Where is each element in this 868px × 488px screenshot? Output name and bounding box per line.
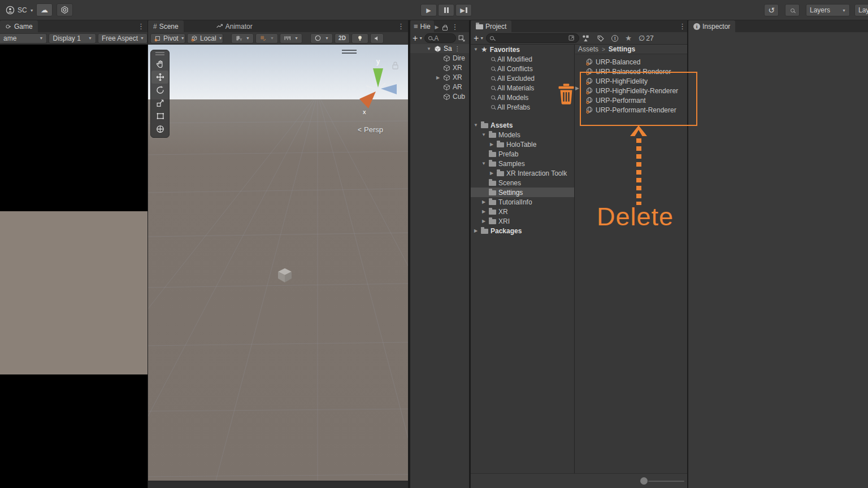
layout-dropdown[interactable]: Lay	[854, 4, 868, 16]
version-control-button[interactable]	[57, 3, 73, 16]
hierarchy-item[interactable]: XR	[410, 63, 469, 72]
foldout-icon[interactable]: ▼	[426, 46, 432, 51]
foldout-icon[interactable]: ▶	[481, 199, 487, 204]
hierarchy-item[interactable]: AR	[410, 82, 469, 91]
tree-row-models[interactable]: ▼ Models	[471, 130, 574, 140]
open-search-window-icon[interactable]	[568, 34, 575, 42]
scene-audio-button[interactable]	[370, 33, 384, 43]
tree-row-packages[interactable]: ▶ Packages	[471, 226, 574, 236]
projection-label[interactable]: < Persp	[358, 125, 383, 134]
rotate-icon	[155, 85, 165, 95]
slider-knob[interactable]	[640, 477, 648, 485]
tree-row-xr-interaction-toolkit[interactable]: ▶ XR Interaction Toolk	[471, 168, 574, 178]
aspect-ratio-dropdown[interactable]: Free Aspect ▼	[98, 33, 147, 43]
layers-dropdown[interactable]: Layers ▼	[806, 4, 850, 16]
play-button[interactable]: ▶	[420, 4, 437, 16]
tree-row-assets[interactable]: ▼ Assets	[471, 120, 574, 130]
favorites-item[interactable]: All Modified	[471, 54, 574, 64]
history-icon: ↺	[768, 6, 775, 15]
breadcrumb-root[interactable]: Assets	[578, 45, 598, 53]
create-asset-dropdown[interactable]: + ▼	[474, 34, 484, 43]
hierarchy-item[interactable]: Cub	[410, 92, 469, 101]
tree-row-scenes[interactable]: Scenes	[471, 178, 574, 188]
game-menu-kebab[interactable]: ⋮	[137, 23, 145, 30]
scene-lighting-button[interactable]	[351, 33, 368, 43]
foldout-icon[interactable]: ▶	[489, 171, 494, 176]
tree-row-xri[interactable]: ▶ XRI	[471, 216, 574, 226]
scene-menu-kebab[interactable]: ⋮	[397, 23, 405, 30]
overlay-drag-handle[interactable]	[155, 52, 164, 55]
hierarchy-scene-row[interactable]: ▼ Sa ⋮	[410, 44, 469, 53]
grid-snapping-button[interactable]: ▼	[255, 33, 278, 43]
game-display-mode-dropdown[interactable]: ame ▼	[0, 33, 47, 43]
create-object-dropdown[interactable]: + ▼	[413, 34, 423, 43]
project-search-input[interactable]	[486, 33, 579, 43]
tab-animator[interactable]: Animator	[211, 20, 258, 32]
display-target-dropdown[interactable]: Display 1 ▼	[49, 33, 96, 43]
global-search-button[interactable]	[785, 4, 800, 16]
gizmo-overlay-handle[interactable]	[342, 50, 357, 54]
orientation-gizmo[interactable]: y x	[351, 55, 402, 118]
step-button[interactable]: ▶	[455, 4, 472, 16]
tab-project[interactable]: Project	[471, 20, 511, 32]
tab-scroll-arrow[interactable]: ▶	[435, 24, 439, 30]
undo-history-button[interactable]: ↺	[764, 4, 779, 16]
hierarchy-menu-kebab[interactable]: ⋮	[452, 23, 459, 30]
2d-toggle-button[interactable]: 2D	[335, 33, 350, 43]
tree-row-settings[interactable]: Settings	[471, 188, 574, 197]
import-log-icon[interactable]: !	[611, 35, 618, 42]
foldout-icon[interactable]: ▶	[481, 219, 487, 224]
breadcrumb-current[interactable]: Settings	[609, 45, 635, 53]
pivot-mode-dropdown[interactable]: Pivot ▼	[150, 33, 185, 43]
tree-row-prefab[interactable]: Prefab	[471, 149, 574, 159]
tree-row-samples[interactable]: ▼ Samples	[471, 159, 574, 168]
foldout-icon[interactable]: ▶	[489, 142, 494, 147]
favorites-item[interactable]: All Conflicts	[471, 64, 574, 73]
snap-increment-button[interactable]: ▼	[280, 33, 302, 43]
foldout-icon[interactable]: ▶	[435, 75, 441, 80]
grid-visibility-button[interactable]: Y ▼	[231, 33, 254, 43]
scene-picking-icon[interactable]	[458, 34, 466, 42]
scene-cube-object[interactable]	[276, 267, 293, 284]
project-menu-kebab[interactable]: ⋮	[679, 23, 686, 30]
account-dropdown[interactable]: SC ▼	[2, 3, 37, 17]
move-tool-button[interactable]	[151, 71, 168, 84]
tree-row-tutorialinfo[interactable]: ▶ TutorialInfo	[471, 197, 574, 207]
tab-inspector[interactable]: i Inspector	[688, 20, 735, 32]
tab-scene[interactable]: # Scene	[148, 20, 184, 32]
thumbnail-size-slider[interactable]	[640, 478, 685, 484]
tab-game[interactable]: Game	[0, 20, 38, 32]
foldout-icon[interactable]: ▶	[473, 228, 479, 233]
asset-row[interactable]: URP-Balanced	[575, 57, 687, 67]
lock-icon[interactable]	[442, 27, 448, 30]
hidden-count-toggle[interactable]: ∅ 27	[639, 34, 654, 42]
save-search-star-icon[interactable]: ★	[625, 34, 632, 42]
tree-row-holotable[interactable]: ▶ HoloTable	[471, 140, 574, 149]
rect-tool-button[interactable]	[151, 110, 168, 123]
cloud-services-button[interactable]: ☁	[36, 3, 53, 16]
transform-tool-button[interactable]	[151, 123, 168, 136]
foldout-icon[interactable]: ▼	[473, 47, 479, 52]
search-by-label-icon[interactable]	[597, 34, 605, 42]
hierarchy-item[interactable]: ▶ XR	[410, 73, 469, 82]
tab-hierarchy[interactable]: ≡ Hie	[410, 20, 434, 32]
scene-viewport[interactable]: y x < Persp	[148, 45, 408, 488]
foldout-icon[interactable]: ▼	[481, 161, 487, 166]
scale-tool-button[interactable]	[151, 97, 168, 110]
handle-rotation-dropdown[interactable]: Local ▼	[187, 33, 223, 43]
folder-icon	[489, 219, 496, 224]
pause-button[interactable]	[438, 4, 454, 16]
foldout-icon[interactable]: ▼	[473, 123, 479, 128]
favorites-item[interactable]: All Excluded	[471, 73, 574, 83]
hierarchy-search-input[interactable]: A	[424, 33, 456, 43]
search-by-type-icon[interactable]	[581, 34, 590, 42]
foldout-icon[interactable]: ▶	[481, 209, 487, 214]
hand-tool-button[interactable]	[151, 58, 168, 71]
scene-row-kebab[interactable]: ⋮	[454, 46, 461, 52]
draw-mode-dropdown[interactable]: ▼	[310, 33, 333, 43]
hierarchy-item[interactable]: Dire	[410, 54, 469, 63]
foldout-icon[interactable]: ▼	[481, 132, 487, 137]
tree-row-xr[interactable]: ▶ XR	[471, 207, 574, 216]
rotate-tool-button[interactable]	[151, 84, 168, 97]
favorites-header[interactable]: ▼ ★ Favorites	[471, 45, 574, 54]
